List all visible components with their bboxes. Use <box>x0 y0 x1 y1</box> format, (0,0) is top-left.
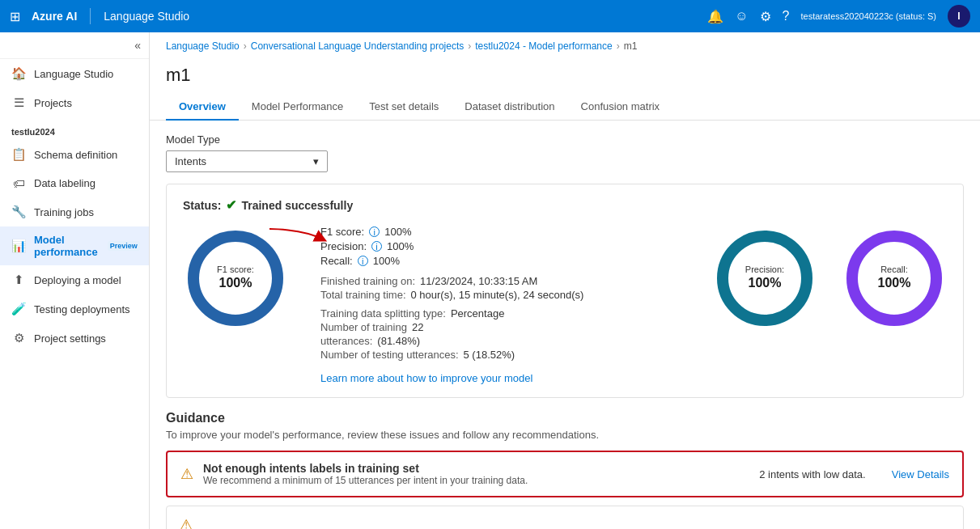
home-icon: 🏠 <box>11 66 26 81</box>
help-icon[interactable]: ? <box>783 9 790 23</box>
sidebar-item-projects[interactable]: ☰ Projects <box>0 88 149 117</box>
sidebar: « 🏠 Language Studio ☰ Projects testlu202… <box>0 32 150 529</box>
alert-card-1: ⚠ Not enough intents labels in training … <box>166 451 964 497</box>
sidebar-collapse[interactable]: « <box>0 32 149 59</box>
precision-donut-label: Precision: 100% <box>745 264 784 292</box>
status-check-icon: ✔ <box>226 197 236 213</box>
recall-donut-chart: Recall: 100% <box>842 226 947 331</box>
sidebar-item-training[interactable]: 🔧 Training jobs <box>0 197 149 226</box>
precision-donut-chart: Precision: 100% <box>712 226 817 331</box>
breadcrumb-link-1[interactable]: Conversational Language Understanding pr… <box>251 40 465 52</box>
sidebar-item-settings[interactable]: ⚙ Project settings <box>0 324 149 353</box>
model-type-select[interactable]: Intents ▾ <box>166 150 328 172</box>
sidebar-item-model-performance[interactable]: 📊 Model performance Preview <box>0 226 149 265</box>
model-perf-icon: 📊 <box>11 239 26 253</box>
model-type-label: Model Type <box>166 133 964 146</box>
guidance-title: Guidance <box>166 411 964 425</box>
status-card: Status: ✔ Trained successfully <box>166 184 964 398</box>
f1-label-text: F1 score: <box>217 264 254 275</box>
sidebar-item-schema[interactable]: 📋 Schema definition <box>0 140 149 169</box>
tab-overview[interactable]: Overview <box>166 94 239 121</box>
deploy-label: Deploying a model <box>34 274 121 286</box>
recall-donut-section: Recall: 100% <box>842 226 947 331</box>
finished-label: Finished training on: <box>320 275 415 287</box>
sidebar-item-home[interactable]: 🏠 Language Studio <box>0 59 149 88</box>
f1-donut-section: F1 score: 100% <box>183 226 288 331</box>
f1-donut-chart: F1 score: 100% <box>183 226 288 331</box>
tab-dataset[interactable]: Dataset distribution <box>452 94 567 121</box>
right-donuts: Precision: 100% <box>712 226 947 331</box>
breadcrumb-sep-1: › <box>468 40 471 52</box>
num-training-label: Number of training <box>320 321 407 333</box>
project-section-label: testlu2024 <box>0 117 149 140</box>
topnav: ⊞ Azure AI Language Studio 🔔 ☺ ⚙ ? testa… <box>0 0 980 32</box>
total-time-row: Total training time: 0 hour(s), 15 minut… <box>320 289 680 301</box>
recall-info-icon[interactable]: i <box>358 256 368 266</box>
breadcrumb-link-2[interactable]: testlu2024 - Model performance <box>475 40 612 52</box>
precision-label-text: Precision: <box>745 264 784 275</box>
brand: Azure AI <box>32 10 77 23</box>
f1-info-icon[interactable]: i <box>369 226 380 237</box>
feedback-icon[interactable]: ☺ <box>735 9 748 23</box>
sidebar-item-labeling[interactable]: 🏷 Data labeling <box>0 169 149 197</box>
alert-view-details-link[interactable]: View Details <box>892 468 949 480</box>
utterances-row: utterances: (81.48%) <box>320 335 680 347</box>
recall-metric-row: Recall: i 100% <box>320 255 680 267</box>
settings-icon[interactable]: ⚙ <box>760 9 771 24</box>
recall-metric-value: 100% <box>373 255 400 267</box>
splitting-value: Percentage <box>451 307 505 320</box>
tab-confusion[interactable]: Confusion matrix <box>568 94 673 121</box>
alert-title: Not enough intents labels in training se… <box>203 462 733 475</box>
sidebar-item-deploy[interactable]: ⬆ Deploying a model <box>0 265 149 294</box>
guidance-subtitle: To improve your model's performance, rev… <box>166 429 964 441</box>
status-text: Trained successfully <box>241 199 353 212</box>
notification-icon[interactable]: 🔔 <box>707 9 723 24</box>
content-area: Model Type Intents ▾ Status: ✔ Trained s… <box>150 121 980 529</box>
alert-warning-icon: ⚠ <box>180 465 193 483</box>
training-label: Training jobs <box>34 206 94 218</box>
breadcrumb-sep-2: › <box>617 40 620 52</box>
testing-label: Testing deployments <box>34 303 130 315</box>
learn-more-link[interactable]: Learn more about how to improve your mod… <box>320 372 532 384</box>
splitting-row: Training data splitting type: Percentage <box>320 307 680 320</box>
azure-ai-label: Azure AI <box>32 10 77 23</box>
splitting-label: Training data splitting type: <box>320 307 446 320</box>
precision-info-icon[interactable]: i <box>371 241 382 252</box>
page-title: m1 <box>166 65 964 86</box>
deploy-icon: ⬆ <box>11 273 26 287</box>
alert-desc: We recommend a minimum of 15 utterances … <box>203 475 733 486</box>
num-testing-value: 5 (18.52%) <box>464 349 515 361</box>
f1-metric-value: 100% <box>384 226 411 238</box>
dropdown-chevron-icon: ▾ <box>313 155 319 167</box>
training-details: Finished training on: 11/23/2024, 10:33:… <box>320 275 680 361</box>
apps-icon[interactable]: ⊞ <box>10 9 20 24</box>
metrics-details: F1 score: i 100% Precision: i 100% Recal… <box>320 226 680 384</box>
collapse-icon[interactable]: « <box>134 39 141 52</box>
user-avatar[interactable]: I <box>948 5 970 28</box>
tab-test-set[interactable]: Test set details <box>356 94 452 121</box>
user-text: testaratess202040223c (status: S) <box>800 11 936 21</box>
num-training-value: 22 <box>412 321 423 333</box>
breadcrumb-link-0[interactable]: Language Studio <box>166 40 240 52</box>
tab-model-performance[interactable]: Model Performance <box>239 94 356 121</box>
projects-icon: ☰ <box>11 95 26 110</box>
breadcrumb-sep-0: › <box>244 40 247 52</box>
page-header: m1 <box>150 57 980 86</box>
partial-card-icon: ⚠ <box>180 516 193 529</box>
num-testing-row: Number of testing utterances: 5 (18.52%) <box>320 349 680 361</box>
recall-donut-label: Recall: 100% <box>878 264 911 292</box>
recall-donut-value: 100% <box>878 276 911 293</box>
model-perf-label: Model performance <box>34 234 98 258</box>
precision-metric-row: Precision: i 100% <box>320 240 680 252</box>
language-studio-title: Language Studio <box>104 10 189 23</box>
f1-metric-label: F1 score: <box>320 226 364 238</box>
breadcrumb-current: m1 <box>624 40 638 52</box>
testing-icon: 🧪 <box>11 302 26 316</box>
sidebar-item-testing[interactable]: 🧪 Testing deployments <box>0 294 149 324</box>
recall-label-text: Recall: <box>878 264 911 275</box>
preview-tag: Preview <box>108 241 140 251</box>
utterances-label: utterances: <box>320 335 372 347</box>
f1-donut-label: F1 score: 100% <box>217 264 254 292</box>
labeling-label: Data labeling <box>34 177 95 189</box>
utterances-value: (81.48%) <box>377 335 420 347</box>
